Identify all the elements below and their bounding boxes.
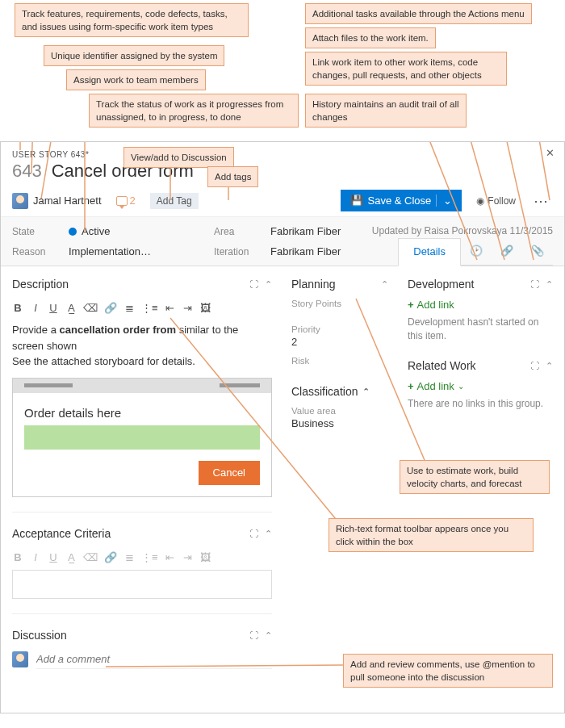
- clear-format-button-disabled: ⌫: [83, 551, 98, 563]
- chevron-down-icon: ⌄: [458, 382, 464, 391]
- add-tag-button[interactable]: Add Tag: [150, 193, 199, 209]
- priority-label: Priority: [291, 324, 388, 334]
- acceptance-toolbar: B I U A̲ ⌫ 🔗 ≣ ⋮≡ ⇤ ⇥ 🖼: [12, 548, 272, 567]
- mockup-cancel-button: Cancel: [199, 461, 260, 485]
- outdent-button[interactable]: ⇤: [165, 302, 176, 314]
- callout-id: Unique identifier assigned by the system: [44, 45, 224, 66]
- related-add-link[interactable]: + Add link ⌄: [408, 380, 553, 392]
- audit-text: Updated by Raisa Pokrovskaya 11/3/2015: [372, 225, 553, 236]
- follow-button[interactable]: ◉ Follow: [476, 195, 516, 207]
- story-points-label: Story Points: [291, 299, 388, 308]
- annotation-overlay-top: Track features, requirements, code defec…: [0, 0, 565, 141]
- development-add-link[interactable]: + Add link: [408, 299, 553, 311]
- callout-wi-type: Track features, requirements, code defec…: [15, 3, 249, 37]
- assignee-name: Jamal Hartnett: [33, 195, 102, 207]
- work-item-dialog: View/add to Discussion Add tags Use to e…: [0, 141, 565, 713]
- outdent-button-disabled: ⇤: [165, 551, 176, 563]
- description-header: Description: [12, 278, 69, 291]
- underline-button-disabled: U: [48, 551, 59, 563]
- acceptance-criteria-field[interactable]: [12, 570, 272, 599]
- follow-label: Follow: [488, 195, 516, 207]
- italic-button[interactable]: I: [30, 302, 41, 314]
- current-user-avatar: [12, 651, 28, 667]
- collapse-acceptance-icon[interactable]: [265, 528, 272, 539]
- expand-related-icon[interactable]: [530, 360, 539, 371]
- classification-header: Classification: [291, 385, 358, 398]
- font-color-button[interactable]: A̲: [65, 302, 77, 314]
- indent-button[interactable]: ⇥: [182, 302, 194, 314]
- tab-attachments[interactable]: 📎: [522, 238, 553, 266]
- eye-icon: ◉: [476, 195, 484, 207]
- add-link-label: Add link: [417, 380, 454, 392]
- image-button[interactable]: 🖼: [200, 302, 211, 314]
- save-and-close-button[interactable]: 💾 Save & Close ⌄: [341, 190, 462, 211]
- expand-description-icon[interactable]: [249, 278, 258, 290]
- collapse-related-icon[interactable]: [546, 360, 553, 371]
- callout-state: Track the status of work as it progresse…: [89, 94, 299, 128]
- acceptance-header: Acceptance Criteria: [12, 527, 111, 540]
- header: ✕ USER STORY 643* 643 Cancel order form …: [1, 142, 564, 216]
- iteration-label: Iteration: [214, 246, 270, 257]
- state-value: Active: [82, 225, 110, 237]
- priority-value[interactable]: 2: [291, 336, 388, 348]
- assignee-picker[interactable]: Jamal Hartnett: [12, 193, 102, 209]
- save-label: Save & Close: [368, 195, 432, 207]
- actions-menu[interactable]: ⋯: [530, 192, 553, 210]
- development-header: Development: [408, 278, 475, 291]
- callout-tags: Add tags: [207, 166, 258, 187]
- collapse-development-icon[interactable]: [546, 278, 553, 290]
- expand-development-icon[interactable]: [530, 278, 539, 290]
- rich-text-toolbar: B I U A̲ ⌫ 🔗 ≣ ⋮≡ ⇤ ⇥ 🖼: [12, 299, 272, 317]
- related-hint: There are no links in this group.: [408, 397, 553, 411]
- planning-header: Planning: [291, 278, 336, 291]
- discussion-link[interactable]: 2: [116, 195, 136, 207]
- development-hint: Development hasn't started on this item.: [408, 316, 553, 343]
- collapse-planning-icon[interactable]: [381, 278, 388, 290]
- save-dropdown[interactable]: ⌄: [436, 195, 452, 207]
- bullet-list-button-disabled: ≣: [123, 551, 135, 563]
- tab-details[interactable]: Details: [398, 238, 461, 266]
- reason-field[interactable]: Implementation…: [69, 245, 214, 257]
- mockup-image: Order details here Cancel: [12, 378, 272, 497]
- area-label: Area: [214, 226, 270, 237]
- image-button-disabled: 🖼: [200, 551, 211, 563]
- underline-button[interactable]: U: [48, 302, 59, 314]
- tab-links[interactable]: 🔗: [492, 238, 522, 266]
- main-column: Description B I U A̲ ⌫ 🔗 ≣ ⋮≡ ⇤ ⇥ 🖼: [12, 278, 272, 701]
- close-button[interactable]: ✕: [546, 147, 555, 159]
- planning-column: Planning Story Points Priority 2 Risk Cl…: [291, 278, 388, 701]
- font-color-button-disabled: A̲: [65, 551, 77, 563]
- callout-estimate: Use to estimate work, build velocity cha…: [400, 460, 550, 494]
- comment-input[interactable]: [36, 650, 272, 669]
- iteration-field[interactable]: Fabrikam Fiber: [270, 245, 416, 257]
- related-work-header: Related Work: [408, 359, 476, 372]
- state-field[interactable]: Active: [69, 225, 214, 237]
- collapse-classification-icon[interactable]: [362, 387, 370, 397]
- plus-icon: +: [408, 380, 414, 392]
- state-dot-icon: [69, 228, 77, 236]
- tab-history[interactable]: 🕑: [461, 238, 492, 266]
- tabs: Details 🕑 🔗 📎: [398, 238, 553, 266]
- state-label: State: [12, 226, 69, 237]
- clear-format-button[interactable]: ⌫: [83, 302, 98, 314]
- plus-icon: +: [408, 299, 414, 311]
- link-button[interactable]: 🔗: [104, 302, 117, 314]
- save-icon: 💾: [350, 195, 363, 207]
- number-list-button[interactable]: ⋮≡: [141, 302, 158, 314]
- italic-button-disabled: I: [30, 551, 41, 563]
- work-item-id: 643: [12, 161, 42, 182]
- value-area-value[interactable]: Business: [291, 417, 388, 429]
- callout-attach: Attach files to the work item.: [305, 27, 436, 48]
- expand-discussion-icon[interactable]: [249, 630, 258, 641]
- expand-acceptance-icon[interactable]: [249, 528, 258, 539]
- collapse-discussion-icon[interactable]: [265, 630, 272, 641]
- bullet-list-button[interactable]: ≣: [123, 302, 135, 314]
- collapse-description-icon[interactable]: [265, 278, 272, 290]
- discussion-header: Discussion: [12, 629, 67, 642]
- bold-button-disabled: B: [12, 551, 23, 563]
- callout-assign: Assign work to team members: [66, 69, 206, 90]
- callout-actions: Additional tasks available through the A…: [305, 3, 532, 24]
- add-link-label: Add link: [417, 299, 454, 311]
- description-content[interactable]: Provide a cancellation order from simila…: [12, 322, 272, 497]
- bold-button[interactable]: B: [12, 302, 23, 314]
